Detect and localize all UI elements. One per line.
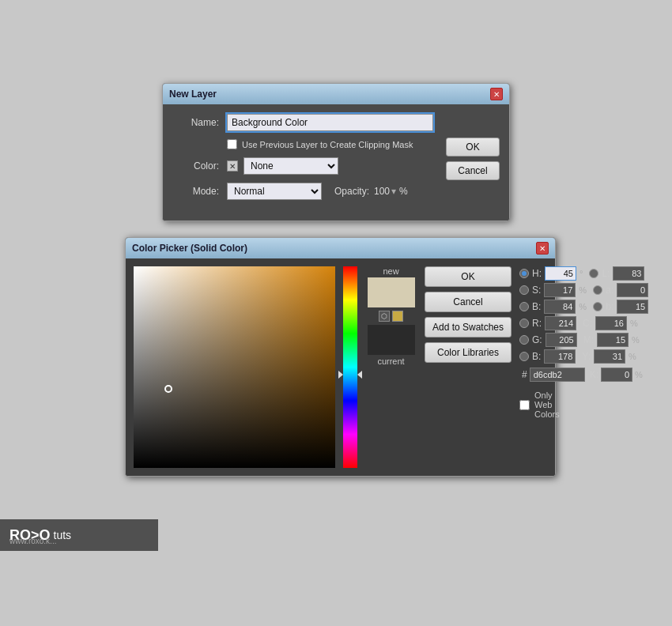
color-label: Color: — [176, 160, 219, 172]
color-picker-title: Color Picker (Solid Color) — [132, 243, 247, 254]
k-input[interactable] — [601, 368, 632, 382]
hue-field-row: H: ° L: — [519, 266, 547, 281]
color-libraries-button[interactable]: Color Libraries — [425, 342, 512, 363]
k-unit: % — [635, 370, 643, 379]
hue-right-arrow — [357, 371, 362, 379]
new-layer-titlebar: New Layer ✕ — [163, 84, 509, 104]
clipping-mask-checkbox[interactable] — [227, 139, 237, 149]
opacity-unit: % — [399, 186, 408, 197]
swatch-icon[interactable] — [392, 311, 403, 322]
l-input[interactable] — [613, 266, 644, 281]
y-input[interactable] — [594, 349, 625, 364]
c-unit: % — [630, 319, 638, 328]
color-select[interactable]: None — [244, 157, 338, 175]
current-color-swatch — [368, 325, 415, 355]
brightness-field-row: B: % b: — [519, 300, 547, 314]
new-layer-buttons: OK Cancel — [446, 138, 500, 180]
m-unit: % — [632, 335, 640, 345]
name-label: Name: — [176, 117, 219, 128]
k-label: K: — [590, 369, 598, 380]
hue-label: H: — [532, 268, 542, 279]
hex-k-row: # K: % — [519, 368, 547, 382]
b3-label: b: — [606, 301, 613, 312]
hue-radio[interactable] — [519, 269, 529, 278]
r-radio[interactable] — [519, 319, 529, 328]
new-color-swatch — [368, 277, 415, 307]
b2-radio[interactable] — [519, 352, 529, 361]
new-layer-cancel-button[interactable]: Cancel — [446, 161, 500, 180]
picker-circle[interactable] — [164, 385, 172, 393]
new-layer-title: New Layer — [169, 89, 217, 100]
l-radio[interactable] — [589, 269, 598, 278]
new-layer-body: Name: Use Previous Layer to Create Clipp… — [163, 104, 509, 221]
s-unit: % — [579, 285, 587, 295]
hex-hash: # — [522, 369, 527, 380]
g-label: G: — [532, 334, 542, 345]
opacity-label: Opacity: — [334, 186, 369, 197]
color-picker-dialog: Color Picker (Solid Color) ✕ new ⬡ — [125, 237, 556, 477]
hue-left-arrow — [338, 371, 343, 379]
c-label: C: — [583, 318, 592, 329]
saturation-field-row: S: % a: — [519, 283, 547, 297]
color-picker-titlebar: Color Picker (Solid Color) ✕ — [126, 238, 555, 258]
hue-slider-track[interactable] — [343, 266, 357, 468]
new-layer-ok-button[interactable]: OK — [446, 138, 500, 156]
new-layer-close-button[interactable]: ✕ — [490, 88, 503, 100]
r-input[interactable] — [545, 316, 576, 330]
c-input[interactable] — [595, 316, 627, 330]
preview-icons-row: ⬡ — [379, 311, 403, 322]
only-web-label: Only Web Colors — [534, 390, 560, 419]
l-label: L: — [602, 268, 610, 279]
gradient-canvas[interactable] — [134, 266, 335, 468]
color-gradient-picker[interactable] — [134, 266, 335, 468]
only-web-colors-checkbox[interactable] — [519, 400, 530, 410]
g-field-row: G: M: % — [519, 333, 547, 347]
color-picker-ok-button[interactable]: OK — [425, 266, 512, 287]
add-to-swatches-button[interactable]: Add to Swatches — [425, 317, 512, 338]
b3-input[interactable] — [617, 300, 648, 314]
color-picker-close-button[interactable]: ✕ — [536, 242, 549, 255]
only-web-row: Only Web Colors — [519, 390, 547, 419]
current-color-label: current — [377, 356, 404, 366]
hue-slider[interactable] — [343, 266, 357, 468]
m-input[interactable] — [597, 333, 629, 347]
close-icon: ✕ — [539, 244, 546, 253]
color-picker-buttons: OK Cancel Add to Swatches Color Librarie… — [425, 266, 512, 468]
m-label: M: — [583, 334, 594, 345]
saturation-radio[interactable] — [519, 285, 529, 295]
color-preview-section: new ⬡ current — [365, 266, 417, 468]
y-unit: % — [629, 352, 636, 361]
close-icon: ✕ — [493, 90, 500, 99]
gradient-dark-overlay — [134, 266, 335, 468]
b2-field-row: B: Y: % — [519, 349, 547, 364]
a-radio[interactable] — [593, 285, 602, 295]
g-input[interactable] — [546, 333, 577, 347]
s-input[interactable] — [544, 283, 576, 297]
g-radio[interactable] — [519, 335, 529, 345]
mode-select[interactable]: Normal — [227, 183, 322, 200]
brand-bar: RO>O tuts — [0, 519, 158, 551]
b2-label: B: — [532, 351, 541, 362]
opacity-dropdown-arrow[interactable]: ▾ — [391, 186, 396, 197]
b-unit: % — [579, 302, 587, 311]
b3-radio[interactable] — [593, 302, 602, 311]
a-input[interactable] — [617, 283, 648, 297]
s-label: S: — [532, 285, 541, 296]
hue-input[interactable] — [545, 266, 576, 281]
name-input[interactable] — [227, 114, 433, 131]
name-row: Name: — [176, 114, 496, 131]
y-label: Y: — [582, 351, 591, 362]
new-color-label: new — [383, 266, 398, 276]
brand-url: www.roxo.k... — [9, 537, 56, 545]
hex-input[interactable] — [530, 368, 585, 382]
clipping-mask-label: Use Previous Layer to Create Clipping Ma… — [242, 140, 413, 149]
b-input[interactable] — [544, 300, 576, 314]
cube-icon[interactable]: ⬡ — [379, 311, 390, 322]
brightness-radio[interactable] — [519, 302, 529, 311]
color-picker-cancel-button[interactable]: Cancel — [425, 292, 512, 312]
b2-input[interactable] — [544, 349, 576, 364]
opacity-value: 100 — [374, 186, 390, 197]
color-picker-body: new ⬡ current OK Cancel Add to Swatches … — [126, 258, 555, 476]
r-label: R: — [532, 318, 542, 329]
new-layer-dialog: New Layer ✕ Name: Use Previous Layer to … — [162, 83, 510, 221]
